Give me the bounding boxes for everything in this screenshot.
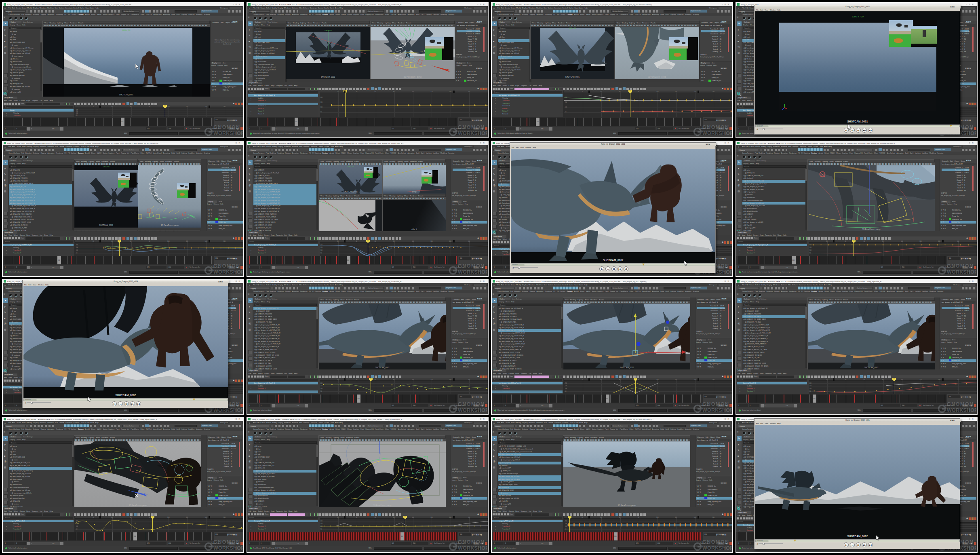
svg-text:GNOMON: GNOMON: [458, 125, 485, 130]
svg-text:GNOMON: GNOMON: [702, 539, 729, 545]
svg-text:GNOMON: GNOMON: [702, 401, 729, 407]
svg-text:WORKSHOP: WORKSHOP: [702, 545, 731, 551]
svg-text:WORKSHOP: WORKSHOP: [213, 407, 242, 413]
svg-text:WORKSHOP: WORKSHOP: [947, 269, 976, 275]
svg-text:GNOMON: GNOMON: [213, 539, 240, 545]
svg-text:GNOMON: GNOMON: [458, 539, 485, 545]
svg-text:WORKSHOP: WORKSHOP: [458, 131, 487, 136]
svg-text:WORKSHOP: WORKSHOP: [458, 269, 487, 275]
svg-text:WORKSHOP: WORKSHOP: [458, 545, 487, 551]
svg-text:GNOMON: GNOMON: [213, 125, 240, 130]
svg-text:GNOMON: GNOMON: [947, 401, 974, 407]
svg-text:GNOMON: GNOMON: [702, 125, 729, 130]
svg-text:WORKSHOP: WORKSHOP: [213, 131, 242, 136]
svg-text:GNOMON: GNOMON: [458, 263, 485, 269]
svg-text:WORKSHOP: WORKSHOP: [213, 545, 242, 551]
svg-text:WORKSHOP: WORKSHOP: [458, 407, 487, 413]
svg-text:WORKSHOP: WORKSHOP: [213, 269, 242, 275]
svg-text:GNOMON: GNOMON: [458, 401, 485, 407]
svg-text:GNOMON: GNOMON: [947, 263, 974, 269]
svg-text:GNOMON: GNOMON: [213, 263, 240, 269]
svg-text:WORKSHOP: WORKSHOP: [702, 131, 731, 136]
svg-text:WORKSHOP: WORKSHOP: [947, 407, 976, 413]
svg-text:WORKSHOP: WORKSHOP: [702, 407, 731, 413]
